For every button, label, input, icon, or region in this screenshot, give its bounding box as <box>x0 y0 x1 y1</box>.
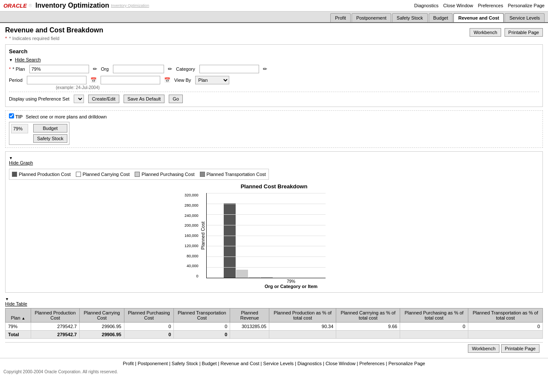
period-to-input[interactable] <box>101 76 160 84</box>
search-form-row2: Period 📅 📅 View By Plan Org Category Ite… <box>9 76 539 84</box>
plan-input[interactable] <box>29 65 89 73</box>
tip-section: TIP Select one or more plans and drilldo… <box>5 110 543 148</box>
tab-profit[interactable]: Profit <box>330 13 351 22</box>
required-note: * * Indicates required field <box>5 36 103 41</box>
hide-search-link[interactable]: Hide Search <box>15 57 41 62</box>
category-input[interactable] <box>199 65 259 73</box>
period-from-input[interactable] <box>27 76 87 84</box>
x-axis-bar-label: 79% <box>219 279 363 284</box>
footer-nav: Profit | Postponement | Safety Stock | B… <box>0 358 548 369</box>
tab-revenue-and-cost[interactable]: Revenue and Cost <box>453 13 504 22</box>
y-label-240000: 240,000 <box>185 213 199 218</box>
cell-prod-pct: 90.34 <box>269 323 336 331</box>
legend-item-purchasing: Planned Purchasing Cost <box>135 172 194 177</box>
create-edit-button[interactable]: Create/Edit <box>88 95 119 103</box>
period2-calendar-icon[interactable]: 📅 <box>163 77 172 84</box>
org-input[interactable] <box>113 65 164 73</box>
y-label-320000: 320,000 <box>185 193 199 197</box>
printable-page-button-bottom[interactable]: Printable Page <box>501 344 539 353</box>
footer-copyright: Copyright 2000-2004 Oracle Corporation. … <box>0 369 548 375</box>
pref-select[interactable]: ▼ <box>74 95 84 103</box>
table-row: 79% 279542.7 29906.95 0 0 3013285.05 90.… <box>6 323 543 331</box>
col-carrying-cost: Planned Carrying Cost <box>80 308 124 323</box>
plan-value-display: 79% <box>11 124 28 133</box>
plan-search-icon[interactable]: ✏ <box>92 66 98 72</box>
workbench-button-top[interactable]: Workbench <box>470 28 501 37</box>
col-transport-cost: Planned Transportation Cost <box>174 308 230 323</box>
app-title: Inventory Optimization <box>35 2 109 9</box>
toolbar-buttons: Workbench Printable Page <box>468 28 543 37</box>
printable-page-button-top[interactable]: Printable Page <box>505 28 543 37</box>
col-planned-revenue: Planned Revenue <box>230 308 269 323</box>
period-label: Period <box>9 78 23 83</box>
top-header: ORACLE ® Inventory Optimization Inventor… <box>0 0 548 12</box>
oracle-logo: ORACLE <box>3 3 27 9</box>
footer-revenue-cost-link[interactable]: Revenue and Cost <box>220 361 259 366</box>
footer-close-window-link[interactable]: Close Window <box>326 361 355 366</box>
plan-label: * * Plan <box>9 66 25 72</box>
footer-preferences-link[interactable]: Preferences <box>359 361 384 366</box>
search-section: Search ▼ Hide Search * * Plan ✏ Org ✏ Ca… <box>5 44 543 107</box>
app-subtitle: Inventory Optimization <box>111 3 149 8</box>
chart-legend: Planned Production Cost Planned Carrying… <box>9 169 269 180</box>
cell-total-prod-cost: 279542.7 <box>31 331 80 339</box>
footer-diagnostics-link[interactable]: Diagnostics <box>297 361 322 366</box>
nav-tabs: Profit Postponement Safety Stock Budget … <box>0 12 548 23</box>
chart-with-y-label: Planned Cost <box>200 193 326 278</box>
category-search-icon[interactable]: ✏ <box>262 66 268 72</box>
budget-button[interactable]: Budget <box>33 124 67 133</box>
safety-stock-button[interactable]: Safety Stock <box>33 134 67 143</box>
legend-color-carrying <box>76 172 81 177</box>
cell-total-prod-pct <box>269 331 336 339</box>
cell-purchasing-cost: 0 <box>124 323 174 331</box>
table-section: ▼ Hide Table Plan ▲ Planned Production C… <box>5 296 543 339</box>
legend-item-production: Planned Production Cost <box>12 172 71 177</box>
top-links: Diagnostics Close Window Preferences Per… <box>411 3 545 8</box>
cell-plan: 79% <box>6 323 31 331</box>
page-title: Revenue and Cost Breakdown <box>5 26 103 34</box>
org-search-icon[interactable]: ✏ <box>167 66 173 72</box>
hide-graph-link[interactable]: Hide Graph <box>9 160 539 165</box>
footer-personalize-link[interactable]: Personalize Page <box>389 361 425 366</box>
tip-checkbox[interactable] <box>9 113 14 118</box>
tab-safety-stock[interactable]: Safety Stock <box>392 13 428 22</box>
y-label-280000: 280,000 <box>185 203 199 208</box>
footer-postponement-link[interactable]: Postponement <box>138 361 168 366</box>
col-plan: Plan ▲ <box>6 308 31 323</box>
footer-budget-link[interactable]: Budget <box>202 361 217 366</box>
go-button[interactable]: Go <box>169 95 183 103</box>
logo-area: ORACLE ® Inventory Optimization Inventor… <box>3 2 149 9</box>
col-prod-pct: Planned Production as % of total cost <box>269 308 336 323</box>
main-content: Revenue and Cost Breakdown * * Indicates… <box>0 23 548 358</box>
cell-total-transport-cost: 0 <box>174 331 230 339</box>
y-label-160000: 160,000 <box>185 233 199 238</box>
plan-box: 79% Budget Safety Stock <box>9 122 69 145</box>
cell-total-label: Total <box>6 331 31 339</box>
legend-item-carrying: Planned Carrying Cost <box>76 172 130 177</box>
legend-label-purchasing: Planned Purchasing Cost <box>141 172 194 177</box>
y-label-80000: 80,000 <box>187 254 199 258</box>
view-by-select[interactable]: Plan Org Category Item <box>195 76 229 84</box>
personalize-page-link[interactable]: Personalize Page <box>508 3 545 8</box>
bar-transportation <box>261 277 273 278</box>
footer-service-levels-link[interactable]: Service Levels <box>263 361 294 366</box>
tab-service-levels[interactable]: Service Levels <box>505 13 545 22</box>
cell-purchasing-pct: 0 <box>400 323 468 331</box>
hide-table-link[interactable]: Hide Table <box>5 301 543 306</box>
save-default-button[interactable]: Save As Default <box>124 95 164 103</box>
tab-budget[interactable]: Budget <box>429 13 453 22</box>
footer-safety-stock-link[interactable]: Safety Stock <box>172 361 198 366</box>
footer-profit-link[interactable]: Profit <box>123 361 134 366</box>
sort-arrow-plan[interactable]: ▲ <box>22 316 26 320</box>
close-window-link[interactable]: Close Window <box>443 3 473 8</box>
period-calendar-icon[interactable]: 📅 <box>89 77 98 84</box>
tab-postponement[interactable]: Postponement <box>352 13 391 22</box>
legend-label-production: Planned Production Cost <box>19 172 71 177</box>
graph-triangle-icon: ▼ <box>9 156 13 160</box>
preferences-link-top[interactable]: Preferences <box>478 3 503 8</box>
cell-transport-pct: 0 <box>468 323 542 331</box>
cell-total-planned-revenue <box>230 331 269 339</box>
workbench-button-bottom[interactable]: Workbench <box>468 344 499 353</box>
diagnostics-link[interactable]: Diagnostics <box>414 3 438 8</box>
legend-item-transportation: Planned Transportation Cost <box>200 172 266 177</box>
